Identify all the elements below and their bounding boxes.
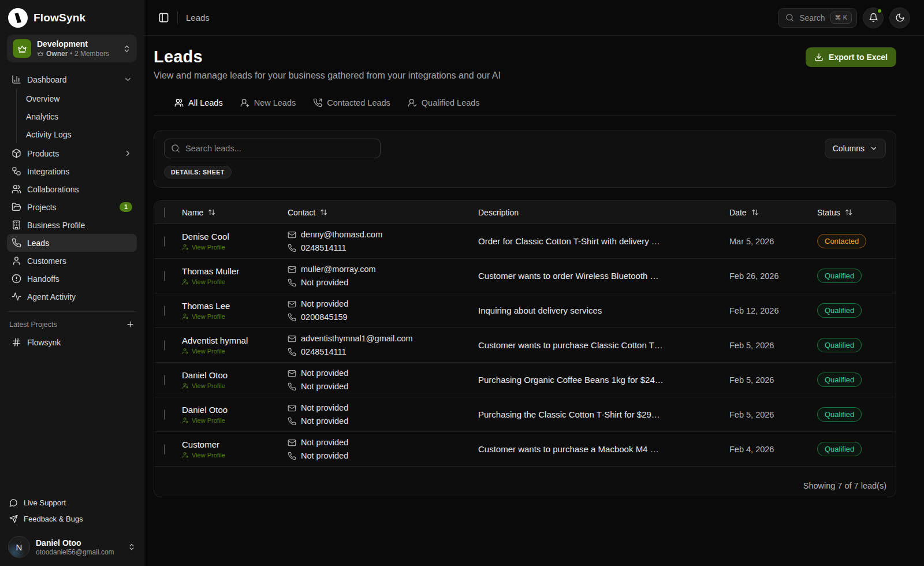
header-description: Description	[478, 208, 729, 217]
sidebar-toggle-button[interactable]	[158, 12, 169, 23]
table-row: Thomas Muller View Profile muller@morray…	[154, 259, 896, 293]
workspace-name: Development	[37, 39, 88, 49]
sidebar-item-dashboard[interactable]: Dashboard	[7, 70, 137, 88]
row-checkbox[interactable]	[164, 444, 165, 455]
lead-date: Feb 12, 2026	[729, 306, 778, 315]
lead-phone: 0248514111	[301, 347, 346, 356]
projects-count-badge: 1	[120, 202, 132, 212]
sidebar-item-products[interactable]: Products	[7, 144, 137, 162]
lead-name: Denise Cool	[182, 232, 288, 241]
theme-toggle-button[interactable]	[889, 8, 910, 28]
results-count: Showing 7 of 7 lead(s)	[803, 481, 886, 490]
export-to-excel-button[interactable]: Export to Excel	[806, 47, 896, 67]
status-badge: Contacted	[817, 234, 866, 248]
row-checkbox[interactable]	[164, 340, 165, 351]
view-profile-link[interactable]: View Profile	[182, 382, 288, 389]
row-checkbox[interactable]	[164, 271, 165, 281]
sidebar-item-agent-activity[interactable]: Agent Activity	[7, 288, 137, 306]
table-header-row: Name Contact Description Date Status	[154, 201, 896, 224]
lead-name: Customer	[182, 440, 288, 449]
status-badge: Qualified	[817, 407, 862, 422]
table-row: Adventist hymnal View Profile adventisth…	[154, 328, 896, 363]
view-profile-link[interactable]: View Profile	[182, 452, 288, 459]
download-icon	[814, 53, 824, 62]
page-title: Leads	[154, 47, 501, 66]
sidebar-item-collaborations[interactable]: Collaborations	[7, 180, 137, 198]
lead-email: adventisthymnal1@gmail.com	[301, 334, 413, 343]
row-checkbox[interactable]	[164, 306, 165, 316]
sidebar-item-overview[interactable]: Overview	[26, 90, 137, 107]
user-search-icon	[182, 278, 189, 285]
phone-icon	[288, 382, 296, 391]
columns-dropdown-button[interactable]: Columns	[825, 139, 886, 158]
users-icon	[174, 98, 184, 107]
sort-icon[interactable]	[320, 208, 327, 216]
lead-date: Feb 5, 2026	[729, 410, 774, 419]
latest-projects-title: Latest Projects	[9, 321, 57, 329]
lead-name: Daniel Otoo	[182, 405, 288, 415]
global-search-button[interactable]: Search ⌘ K	[778, 8, 857, 28]
sidebar-item-handoffs[interactable]: Handoffs	[7, 270, 137, 288]
row-checkbox[interactable]	[164, 409, 165, 420]
status-badge: Qualified	[817, 303, 862, 318]
view-profile-link[interactable]: View Profile	[182, 348, 288, 355]
table-row: Denise Cool View Profile denny@thomasd.c…	[154, 224, 896, 259]
notifications-button[interactable]	[863, 8, 884, 28]
package-icon	[12, 148, 21, 158]
leads-search-input[interactable]	[185, 144, 374, 153]
mail-icon	[288, 265, 296, 274]
sort-icon[interactable]	[751, 208, 759, 216]
view-profile-link[interactable]: View Profile	[182, 244, 288, 251]
mail-icon	[288, 334, 296, 343]
header-contact[interactable]: Contact	[288, 208, 478, 217]
message-circle-icon	[9, 498, 18, 507]
lead-email: muller@morray.com	[301, 265, 376, 274]
header-status[interactable]: Status	[817, 208, 896, 217]
tab-all-leads[interactable]: All Leads	[174, 98, 223, 107]
status-badge: Qualified	[817, 373, 862, 387]
user-icon	[12, 256, 21, 266]
view-profile-link[interactable]: View Profile	[182, 278, 288, 285]
phone-icon	[288, 452, 296, 460]
tab-qualified-leads[interactable]: Qualified Leads	[408, 98, 480, 107]
sidebar-item-business-profile[interactable]: Business Profile	[7, 216, 137, 234]
sidebar-item-activity-logs[interactable]: Activity Logs	[26, 125, 137, 143]
lead-date: Mar 5, 2026	[729, 237, 774, 246]
table-row: Daniel Otoo View Profile Not provided No…	[154, 363, 896, 397]
tab-new-leads[interactable]: New Leads	[240, 98, 296, 107]
feedback-bugs-link[interactable]: Feedback & Bugs	[7, 511, 137, 527]
view-profile-link[interactable]: View Profile	[182, 417, 288, 424]
tab-contacted-leads[interactable]: Contacted Leads	[313, 98, 390, 107]
folder-open-icon	[12, 202, 21, 212]
sidebar-item-projects[interactable]: Projects 1	[7, 198, 137, 216]
header-name[interactable]: Name	[182, 208, 288, 217]
lead-phone: Not provided	[301, 382, 348, 391]
details-sheet-chip[interactable]: DETAILS: SHEET	[164, 166, 232, 178]
sidebar-item-leads[interactable]: Leads	[7, 234, 137, 252]
alert-circle-icon	[12, 274, 21, 284]
divider	[7, 311, 137, 312]
view-profile-link[interactable]: View Profile	[182, 313, 288, 320]
sidebar-item-customers[interactable]: Customers	[7, 252, 137, 270]
sidebar-item-analytics[interactable]: Analytics	[26, 107, 137, 125]
add-project-button[interactable]	[126, 320, 135, 329]
workspace-switcher[interactable]: Development Owner • 2 Members	[7, 35, 137, 62]
sidebar-item-integrations[interactable]: Integrations	[7, 162, 137, 180]
mail-icon	[288, 369, 296, 378]
row-checkbox[interactable]	[164, 375, 165, 385]
live-support-link[interactable]: Live Support	[7, 494, 137, 511]
lead-description: Customer wants to purchase Classic Cotto…	[478, 340, 663, 350]
header-date[interactable]: Date	[729, 208, 817, 217]
filter-card: Columns DETAILS: SHEET	[154, 131, 896, 188]
activity-icon	[12, 292, 21, 301]
user-email: otoodaniel56@gmail.com	[36, 548, 122, 556]
select-all-checkbox[interactable]	[164, 207, 165, 218]
sidebar-item-project-flowsynk[interactable]: Flowsynk	[7, 333, 137, 351]
row-checkbox[interactable]	[164, 236, 165, 247]
user-menu[interactable]: N Daniel Otoo otoodaniel56@gmail.com	[7, 536, 137, 558]
lead-name: Daniel Otoo	[182, 370, 288, 380]
sort-icon[interactable]	[208, 208, 215, 216]
sort-icon[interactable]	[845, 208, 852, 216]
lead-phone: Not provided	[301, 416, 348, 426]
table-row: Thomas Lee View Profile Not provided 020…	[154, 293, 896, 328]
